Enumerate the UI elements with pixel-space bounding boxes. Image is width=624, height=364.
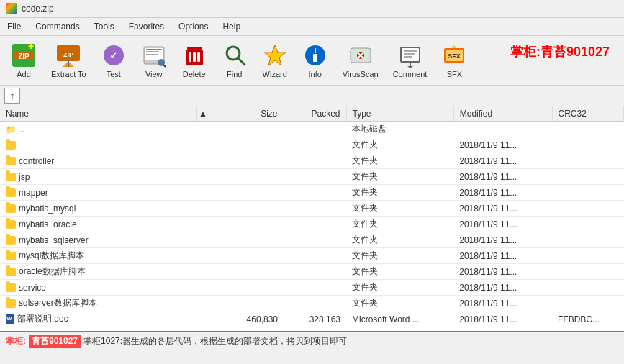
delete-icon <box>181 42 207 68</box>
toolbar-watermark: 掌柜:青苔901027 <box>510 43 610 60</box>
svg-marker-40 <box>407 66 413 68</box>
svg-rect-14 <box>146 53 160 53</box>
table-row[interactable]: mybatis_mysql文件夹2018/11/9 11... <box>0 201 624 217</box>
svg-text:✓: ✓ <box>109 50 118 61</box>
menu-help[interactable]: Help <box>215 19 248 34</box>
find-icon <box>222 42 248 68</box>
svg-rect-15 <box>146 54 158 55</box>
svg-rect-13 <box>146 51 159 52</box>
title-bar: code.zip <box>0 0 624 18</box>
app-icon <box>6 3 17 14</box>
title-text: code.zip <box>22 4 54 14</box>
svg-text:+: + <box>28 42 34 52</box>
col-modified[interactable]: Modified <box>453 106 552 122</box>
svg-text:ZIP: ZIP <box>63 51 73 58</box>
add-label: Add <box>17 70 31 78</box>
test-label: Test <box>107 70 121 78</box>
find-label: Find <box>227 70 242 78</box>
col-type[interactable]: Type <box>346 106 453 122</box>
file-table: Name ▲ Size Packed Type Modified CRC32 📁… <box>0 106 624 327</box>
sfx-icon: SFX <box>441 42 467 68</box>
table-row[interactable]: jsp文件夹2018/11/9 11... <box>0 169 624 185</box>
up-button[interactable]: ↑ <box>4 88 20 104</box>
extract-icon: ZIP <box>55 42 81 68</box>
status-watermark-highlight: 青苔901027 <box>29 335 81 348</box>
find-button[interactable]: Find <box>215 39 254 82</box>
virusscan-icon <box>348 42 374 68</box>
svg-text:ZIP: ZIP <box>18 53 30 60</box>
virusscan-label: VirusScan <box>343 70 379 78</box>
table-row[interactable]: controller文件夹2018/11/9 11... <box>0 153 624 169</box>
comment-label: Comment <box>393 70 428 78</box>
table-row[interactable]: 部署说明.doc460,830328,163Microsoft Word ...… <box>0 311 624 327</box>
table-row[interactable]: service文件夹2018/11/9 11... <box>0 280 624 296</box>
comment-button[interactable]: Comment <box>386 39 434 82</box>
col-packed[interactable]: Packed <box>284 106 346 122</box>
status-message: 掌柜1027:器生成的各层代码，根据生成的部署文档，拷贝到项目即可 <box>83 335 347 347</box>
menu-commands[interactable]: Commands <box>28 19 86 34</box>
virusscan-button[interactable]: VirusScan <box>336 39 385 82</box>
svg-rect-18 <box>187 47 202 50</box>
view-label: View <box>145 70 163 78</box>
table-row[interactable]: sqlserver数据库脚本文件夹2018/11/9 11... <box>0 296 624 311</box>
status-watermark: 掌柜: <box>6 335 26 347</box>
svg-text:SFX: SFX <box>448 53 461 60</box>
wizard-icon <box>262 42 288 68</box>
svg-rect-28 <box>313 54 317 62</box>
info-icon: i <box>302 42 328 68</box>
delete-label: Delete <box>183 70 206 78</box>
svg-rect-37 <box>404 53 415 55</box>
info-label: Info <box>309 70 322 78</box>
table-row[interactable]: 文件夹2018/11/9 11... <box>0 137 624 153</box>
wizard-button[interactable]: Wizard <box>256 39 294 82</box>
table-row[interactable]: mapper文件夹2018/11/9 11... <box>0 185 624 201</box>
svg-rect-38 <box>404 56 412 58</box>
menu-file[interactable]: File <box>0 19 28 34</box>
col-name[interactable]: Name <box>0 106 197 122</box>
menu-bar: File Commands Tools Favorites Options He… <box>0 18 624 36</box>
extract-to-button[interactable]: ZIP Extract To <box>45 39 93 82</box>
delete-button[interactable]: Delete <box>175 39 214 82</box>
table-row[interactable]: mysql数据库脚本文件夹2018/11/9 11... <box>0 248 624 264</box>
info-button[interactable]: i Info <box>296 39 335 82</box>
view-icon <box>141 42 167 68</box>
svg-rect-20 <box>189 52 191 62</box>
view-button[interactable]: View <box>135 39 173 82</box>
sfx-label: SFX <box>447 70 462 78</box>
wizard-label: Wizard <box>263 70 287 78</box>
sfx-button[interactable]: SFX SFX <box>435 39 474 82</box>
col-size[interactable]: Size <box>212 106 284 122</box>
svg-marker-44 <box>451 45 457 48</box>
test-icon: ✓ <box>101 42 127 68</box>
extract-label: Extract To <box>51 70 86 78</box>
svg-rect-12 <box>146 49 162 50</box>
svg-line-24 <box>238 58 245 65</box>
add-button[interactable]: ZIP + Add <box>4 39 43 82</box>
col-sort-indicator: ▲ <box>197 106 212 122</box>
svg-text:i: i <box>314 45 316 54</box>
svg-line-17 <box>163 65 166 67</box>
svg-rect-22 <box>197 52 200 62</box>
status-bar: 掌柜: 青苔901027 掌柜1027:器生成的各层代码，根据生成的部署文档，拷… <box>0 331 624 350</box>
comment-icon <box>397 42 423 68</box>
menu-tools[interactable]: Tools <box>87 19 122 34</box>
table-row[interactable]: oracle数据库脚本文件夹2018/11/9 11... <box>0 264 624 280</box>
svg-rect-21 <box>193 52 196 62</box>
toolbar: ZIP + Add ZIP Extract To ✓ Test <box>0 36 624 86</box>
table-row[interactable]: mybatis_oracle文件夹2018/11/9 11... <box>0 217 624 232</box>
menu-favorites[interactable]: Favorites <box>122 19 171 34</box>
menu-options[interactable]: Options <box>171 19 215 34</box>
test-button[interactable]: ✓ Test <box>94 39 133 82</box>
svg-rect-36 <box>404 50 417 52</box>
table-row[interactable]: 📁..本地磁盘 <box>0 122 624 137</box>
table-row[interactable]: mybatis_sqlserver文件夹2018/11/9 11... <box>0 232 624 248</box>
svg-marker-25 <box>264 45 286 65</box>
col-crc32[interactable]: CRC32 <box>552 106 624 122</box>
nav-bar: ↑ <box>0 86 624 106</box>
add-icon: ZIP + <box>11 42 37 68</box>
